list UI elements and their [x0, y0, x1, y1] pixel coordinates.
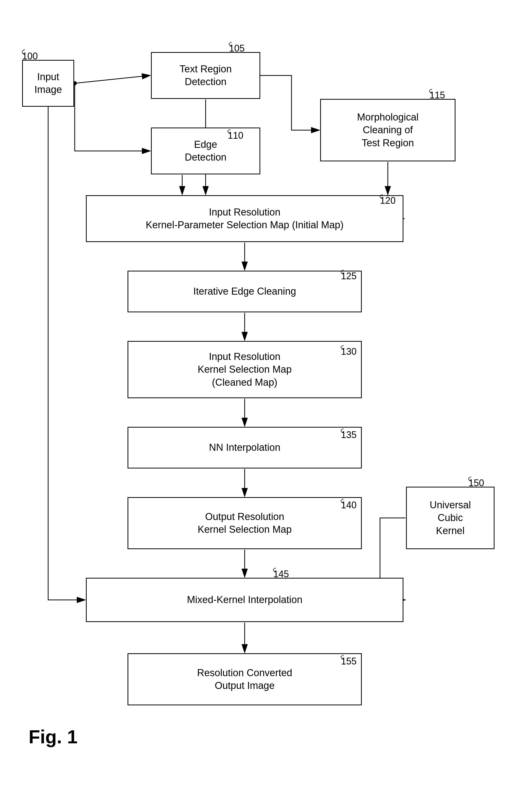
output-resolution-kernel-box: Output ResolutionKernel Selection Map	[128, 497, 362, 549]
text-region-detection-box: Text RegionDetection	[151, 52, 260, 99]
ref-bracket-145	[268, 567, 278, 573]
input-resolution-initial-box: Input ResolutionKernel-Parameter Selecti…	[86, 195, 403, 242]
ref-bracket-120	[375, 193, 385, 200]
ref-bracket-100	[17, 48, 27, 56]
resolution-converted-box: Resolution ConvertedOutput Image	[128, 653, 362, 705]
ref-bracket-125	[336, 269, 346, 275]
universal-cubic-kernel-box: UniversalCubicKernel	[406, 487, 494, 549]
ref-bracket-110	[223, 128, 233, 135]
ref-bracket-140	[336, 498, 346, 504]
nn-interpolation-box: NN Interpolation	[128, 427, 362, 468]
ref-bracket-115	[424, 88, 435, 94]
figure-label: Fig. 1	[29, 726, 77, 747]
ref-bracket-155	[336, 654, 346, 661]
mixed-kernel-interpolation-box: Mixed-Kernel Interpolation	[86, 578, 403, 622]
ref-bracket-130	[336, 344, 346, 351]
edge-detection-box: EdgeDetection	[151, 128, 260, 175]
iterative-edge-cleaning-box: Iterative Edge Cleaning	[128, 271, 362, 312]
morphological-cleaning-box: MorphologicalCleaning ofTest Region	[320, 99, 456, 161]
input-resolution-cleaned-box: Input ResolutionKernel Selection Map(Cle…	[128, 341, 362, 398]
ref-bracket-135	[336, 427, 346, 434]
ref-bracket-105	[224, 41, 234, 48]
ref-bracket-150	[463, 476, 474, 482]
input-image-box: Input Image	[22, 60, 74, 107]
svg-line-4	[75, 75, 150, 83]
diagram-container: Input Image 100 Text RegionDetection 105…	[0, 0, 532, 786]
